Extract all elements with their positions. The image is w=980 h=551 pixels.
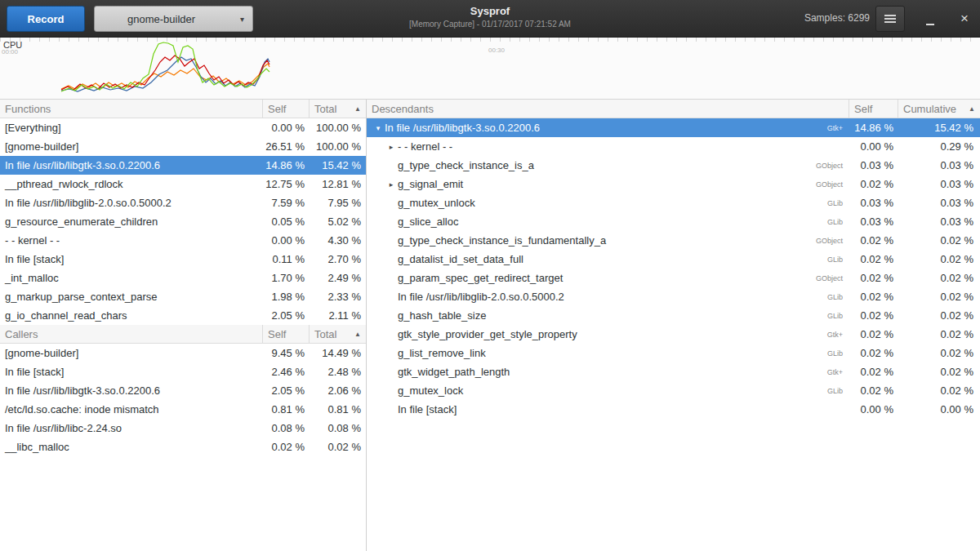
table-row[interactable]: /etc/ld.so.cache: inode mismatch0.81 %0.… (0, 400, 366, 419)
tree-row[interactable]: gtk_widget_path_lengthGtk+0.02 %0.02 % (367, 362, 980, 381)
function-name: In file /usr/lib/libgtk-3.so.0.2200.6 (0, 159, 263, 171)
tree-row[interactable]: g_slice_allocGLib0.03 %0.03 % (367, 212, 980, 231)
table-row[interactable]: [Everything]0.00 %100.00 % (0, 118, 366, 137)
callers-header-row: Callers Self Total ▲ (0, 325, 366, 344)
self-percent: 0.02 % (849, 328, 898, 340)
self-percent: 0.03 % (849, 159, 898, 171)
tree-row[interactable]: g_hash_table_sizeGLib0.02 %0.02 % (367, 306, 980, 325)
record-button[interactable]: Record (7, 6, 85, 32)
self-percent: 0.02 % (849, 291, 898, 303)
minimize-icon (926, 24, 934, 25)
column-header-descendants[interactable]: Descendants (367, 100, 849, 118)
cpu-graph[interactable]: CPU 00:00 00:30 (0, 38, 980, 100)
right-panel: Descendants Self Cumulative ▲ ▾In file /… (367, 100, 980, 551)
expander-icon[interactable]: ▾ (372, 124, 385, 132)
descendant-name: g_hash_table_size (398, 309, 486, 322)
descendant-name-cell: g_slice_allocGLib (367, 216, 849, 228)
table-row[interactable]: g_markup_parse_context_parse1.98 %2.33 % (0, 287, 366, 306)
column-header-functions[interactable]: Functions (0, 100, 263, 118)
cumulative-percent: 0.02 % (898, 272, 980, 284)
table-row[interactable]: __libc_malloc0.02 %0.02 % (0, 438, 366, 456)
self-percent: 0.02 % (849, 234, 898, 247)
column-header-callers-total-label: Total (314, 328, 336, 340)
column-header-self[interactable]: Self (263, 100, 310, 118)
table-row[interactable]: _int_malloc1.70 %2.49 % (0, 269, 366, 287)
function-name: g_markup_parse_context_parse (0, 291, 263, 303)
table-row[interactable]: - - kernel - -0.00 %4.30 % (0, 231, 366, 250)
table-row[interactable]: [gnome-builder]9.45 %14.49 % (0, 344, 366, 362)
tree-row[interactable]: g_mutex_unlockGLib0.03 %0.03 % (367, 193, 980, 212)
total-percent: 2.11 % (310, 309, 366, 322)
header-bar: Record gnome-builder ▾ Sysprof [Memory C… (0, 0, 980, 38)
tree-row[interactable]: g_type_check_instance_is_aGObject0.03 %0… (367, 156, 980, 175)
table-row[interactable]: __pthread_rwlock_rdlock12.75 %12.81 % (0, 175, 366, 193)
table-row[interactable]: In file [stack]0.11 %2.70 % (0, 250, 366, 269)
descendant-name: - - kernel - - (398, 140, 452, 153)
column-header-cumulative[interactable]: Cumulative ▲ (898, 100, 980, 118)
self-percent: 0.02 % (849, 384, 898, 397)
cumulative-percent: 0.02 % (898, 366, 980, 378)
tree-row[interactable]: g_mutex_lockGLib0.02 %0.02 % (367, 381, 980, 400)
tree-row[interactable]: ▾In file /usr/lib/libgtk-3.so.0.2200.6Gt… (367, 118, 980, 137)
function-name: In file /usr/lib/libgtk-3.so.0.2200.6 (0, 384, 263, 397)
column-header-callers[interactable]: Callers (0, 325, 263, 343)
function-name: __pthread_rwlock_rdlock (0, 178, 263, 190)
self-percent: 1.70 % (263, 272, 310, 284)
total-percent: 0.08 % (310, 422, 366, 434)
minimize-button[interactable] (920, 8, 941, 29)
descendant-name-cell: g_type_check_instance_is_fundamentally_a… (367, 234, 849, 247)
close-button[interactable]: × (954, 8, 975, 29)
library-badge: GLib (827, 387, 849, 395)
menu-button[interactable] (875, 6, 905, 32)
table-row[interactable]: In file /usr/lib/libglib-2.0.so.0.5000.2… (0, 193, 366, 212)
sort-arrow-icon: ▲ (354, 105, 361, 113)
self-percent: 1.98 % (263, 291, 310, 303)
function-name: In file /usr/lib/libglib-2.0.so.0.5000.2 (0, 197, 263, 209)
library-badge: GObject (816, 237, 849, 245)
tree-row[interactable]: In file /usr/lib/libglib-2.0.so.0.5000.2… (367, 287, 980, 306)
tree-row[interactable]: In file [stack]0.00 %0.00 % (367, 400, 980, 419)
tree-row[interactable]: ▸g_signal_emitGObject0.02 %0.03 % (367, 175, 980, 193)
expander-icon[interactable]: ▸ (385, 143, 398, 151)
table-row[interactable]: In file /usr/lib/libgtk-3.so.0.2200.62.0… (0, 381, 366, 400)
tree-row[interactable]: g_list_remove_linkGLib0.02 %0.02 % (367, 344, 980, 362)
function-name: [gnome-builder] (0, 140, 263, 153)
column-header-total[interactable]: Total ▲ (310, 100, 366, 118)
column-header-callers-total[interactable]: Total ▲ (310, 325, 366, 343)
cumulative-percent: 0.02 % (898, 309, 980, 322)
target-dropdown[interactable]: gnome-builder ▾ (94, 6, 253, 32)
cumulative-percent: 0.29 % (898, 140, 980, 153)
table-row[interactable]: [gnome-builder]26.51 %100.00 % (0, 137, 366, 156)
descendant-name-cell: g_mutex_unlockGLib (367, 197, 849, 209)
descendant-name: gtk_widget_path_length (398, 366, 510, 378)
descendant-name-cell: g_mutex_lockGLib (367, 384, 849, 397)
table-row[interactable]: In file [stack]2.46 %2.48 % (0, 362, 366, 381)
column-header-descendants-self[interactable]: Self (849, 100, 898, 118)
table-row[interactable]: In file /usr/lib/libc-2.24.so0.08 %0.08 … (0, 419, 366, 438)
descendant-name: g_mutex_lock (398, 384, 463, 397)
tree-row[interactable]: g_type_check_instance_is_fundamentally_a… (367, 231, 980, 250)
descendants-header-row: Descendants Self Cumulative ▲ (367, 100, 980, 118)
tree-row[interactable]: ▸- - kernel - -0.00 %0.29 % (367, 137, 980, 156)
table-row[interactable]: g_io_channel_read_chars2.05 %2.11 % (0, 306, 366, 325)
tree-row[interactable]: gtk_style_provider_get_style_propertyGtk… (367, 325, 980, 344)
descendant-name-cell: gtk_widget_path_lengthGtk+ (367, 366, 849, 378)
tree-row[interactable]: g_datalist_id_set_data_fullGLib0.02 %0.0… (367, 250, 980, 269)
descendant-name-cell: In file [stack] (367, 403, 849, 415)
descendant-name: In file /usr/lib/libgtk-3.so.0.2200.6 (385, 122, 540, 134)
descendant-name-cell: g_param_spec_get_redirect_targetGObject (367, 272, 849, 284)
table-row[interactable]: g_resource_enumerate_children0.05 %5.02 … (0, 212, 366, 231)
descendant-name-cell: g_type_check_instance_is_aGObject (367, 159, 849, 171)
cumulative-percent: 0.02 % (898, 291, 980, 303)
column-header-callers-self[interactable]: Self (263, 325, 310, 343)
function-name: [gnome-builder] (0, 347, 263, 359)
library-badge: GLib (827, 199, 849, 207)
self-percent: 26.51 % (263, 140, 310, 153)
function-name: g_resource_enumerate_children (0, 216, 263, 228)
expander-icon[interactable]: ▸ (385, 180, 398, 189)
close-icon: × (960, 11, 969, 26)
functions-header-row: Functions Self Total ▲ (0, 100, 366, 118)
table-row[interactable]: In file /usr/lib/libgtk-3.so.0.2200.614.… (0, 156, 366, 175)
total-percent: 12.81 % (310, 178, 366, 190)
tree-row[interactable]: g_param_spec_get_redirect_targetGObject0… (367, 269, 980, 287)
